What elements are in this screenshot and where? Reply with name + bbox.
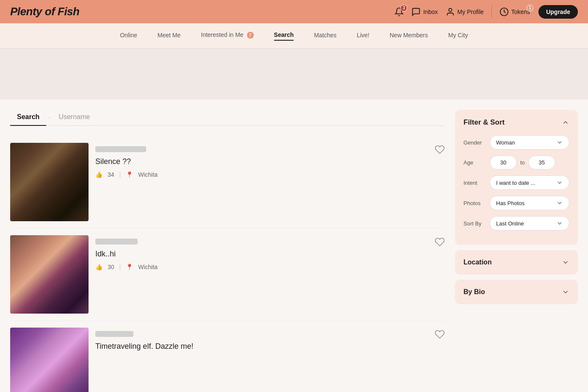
tab-separator: · [48, 113, 50, 122]
location-icon: 📍 [126, 171, 133, 178]
bio-title: By Bio [463, 288, 485, 296]
nav-item-my-city[interactable]: My City [448, 32, 468, 40]
like-button[interactable] [435, 237, 445, 248]
profile-meta: 👍 30 | 📍 Wichita [95, 264, 445, 270]
interested-in-me-badge: 7 [247, 32, 254, 39]
nav-item-online[interactable]: Online [120, 32, 137, 40]
nav-item-interested-in-me[interactable]: Interested in Me 7 [201, 31, 253, 40]
profile-image[interactable] [10, 143, 89, 221]
profile-name: Silence ?? [95, 157, 445, 166]
inbox-button[interactable]: Inbox [411, 7, 438, 17]
profile-image[interactable] [10, 328, 89, 392]
inbox-label: Inbox [423, 8, 438, 15]
main-nav: Online Meet Me Interested in Me 7 Search… [0, 23, 588, 49]
profile-image[interactable] [10, 235, 89, 314]
profile-age-icon: 👍 [95, 264, 103, 270]
username-blurred [95, 146, 146, 152]
banner-area [0, 49, 588, 100]
sidebar: Filter & Sort Gender Woman Age 30 to [455, 110, 578, 392]
tab-search[interactable]: Search [10, 110, 46, 126]
filter-row-sort: Sort By Last Online [463, 216, 569, 231]
profile-meta: 👍 34 | 📍 Wichita [95, 171, 445, 178]
filter-title: Filter & Sort [463, 118, 505, 127]
gender-select[interactable]: Woman [490, 135, 569, 150]
profile-name: Idk..hi [95, 250, 445, 259]
tab-username[interactable]: Username [52, 110, 97, 126]
search-tabs: Search · Username [10, 110, 445, 126]
my-profile-label: My Profile [458, 8, 484, 15]
filter-card: Filter & Sort Gender Woman Age 30 to [455, 110, 578, 245]
age-label: Age [463, 159, 485, 166]
like-button[interactable] [435, 329, 445, 341]
content-area: Search · Username Silence ?? 👍 34 | 📍 Wi… [10, 110, 445, 392]
profile-card: Idk..hi 👍 30 | 📍 Wichita [10, 228, 445, 321]
location-card: Location [455, 250, 578, 275]
location-expand-icon[interactable] [562, 259, 569, 266]
intent-label: Intent [463, 180, 485, 186]
profile-info: Idk..hi 👍 30 | 📍 Wichita [95, 235, 445, 270]
photos-select[interactable]: Has Photos [490, 196, 569, 210]
bio-expand-icon[interactable] [562, 288, 569, 296]
location-header: Location [463, 259, 569, 266]
intent-value: I want to date ... [496, 180, 535, 186]
filter-row-intent: Intent I want to date ... [463, 175, 569, 190]
username-blurred [95, 239, 138, 245]
filter-collapse-icon[interactable] [562, 119, 569, 126]
nav-item-matches[interactable]: Matches [314, 32, 336, 40]
age-max-input[interactable]: 35 [528, 156, 555, 170]
sort-select[interactable]: Last Online [490, 216, 569, 231]
nav-item-search[interactable]: Search [274, 31, 294, 41]
tokens-badge: 1 [527, 5, 533, 11]
username-blurred [95, 331, 133, 337]
nav-item-meet-me[interactable]: Meet Me [158, 32, 180, 40]
gender-label: Gender [463, 139, 485, 146]
notification-badge: 3 [400, 5, 407, 11]
intent-select[interactable]: I want to date ... [490, 175, 569, 190]
header: Plenty of Fish 3 Inbox My Profile 1 [0, 0, 588, 23]
filter-row-gender: Gender Woman [463, 135, 569, 150]
bio-header: By Bio [463, 288, 569, 296]
profile-location: Wichita [138, 171, 158, 178]
profile-age: 34 [108, 171, 114, 178]
nav-item-live[interactable]: Live! [357, 32, 369, 40]
profile-card: Silence ?? 👍 34 | 📍 Wichita [10, 136, 445, 228]
profile-age: 30 [108, 264, 114, 270]
main-area: Search · Username Silence ?? 👍 34 | 📍 Wi… [0, 100, 588, 392]
age-min-input[interactable]: 30 [490, 156, 517, 170]
header-right: 3 Inbox My Profile 1 Tokens Upgrade [394, 5, 578, 19]
nav-item-new-members[interactable]: New Members [390, 32, 428, 40]
notifications-button[interactable]: 3 [394, 7, 404, 17]
profile-info: Timetraveling elf. Dazzle me! [95, 328, 445, 356]
age-range: 30 to 35 [490, 156, 555, 170]
header-divider [491, 6, 492, 18]
logo: Plenty of Fish [10, 5, 79, 18]
profile-location: Wichita [138, 264, 158, 270]
location-icon: 📍 [126, 264, 133, 270]
tokens-button[interactable]: 1 Tokens [499, 7, 530, 17]
gender-value: Woman [496, 139, 515, 146]
filter-row-photos: Photos Has Photos [463, 196, 569, 210]
svg-point-0 [449, 8, 452, 11]
filter-row-age: Age 30 to 35 [463, 156, 569, 170]
age-to-label: to [520, 159, 525, 166]
profile-name: Timetraveling elf. Dazzle me! [95, 342, 445, 351]
profile-info: Silence ?? 👍 34 | 📍 Wichita [95, 143, 445, 178]
like-button[interactable] [435, 145, 445, 156]
location-title: Location [463, 259, 492, 266]
photos-value: Has Photos [496, 200, 524, 206]
profile-age-icon: 👍 [95, 171, 103, 178]
my-profile-button[interactable]: My Profile [446, 7, 484, 17]
header-icons: 3 Inbox My Profile 1 Tokens [394, 6, 530, 18]
photos-label: Photos [463, 200, 485, 206]
sort-value: Last Online [496, 220, 524, 227]
filter-header: Filter & Sort [463, 118, 569, 127]
bio-card: By Bio [455, 280, 578, 304]
sort-label: Sort By [463, 220, 485, 227]
upgrade-button[interactable]: Upgrade [538, 5, 578, 19]
profile-card: Timetraveling elf. Dazzle me! [10, 321, 445, 392]
